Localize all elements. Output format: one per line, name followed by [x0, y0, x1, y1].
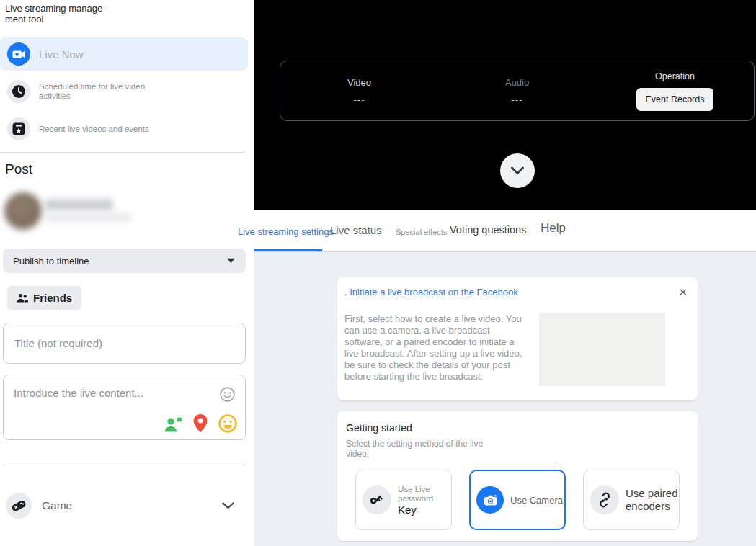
tab-voting-questions[interactable]: Voting questions: [450, 224, 526, 236]
intro-card-body: First, select how to create a live video…: [344, 313, 526, 382]
caret-down-icon: [226, 258, 236, 264]
title-field-wrap: [3, 323, 246, 364]
tab-special-effects[interactable]: Special effects ·: [396, 228, 452, 236]
chevron-down-icon: [222, 502, 234, 509]
video-stat-value: ---: [354, 94, 365, 105]
tab-help[interactable]: Help: [541, 221, 566, 236]
feeling-emoji-icon[interactable]: [218, 413, 238, 434]
people-icon: [17, 293, 28, 303]
tag-people-icon[interactable]: [164, 415, 183, 433]
audience-select-label: Publish to timeline: [13, 256, 89, 267]
sidebar-item-label: Live Now: [39, 48, 84, 61]
tab-content: . Initiate a live broadcast on the Faceb…: [254, 252, 756, 546]
avatar: [4, 192, 42, 230]
option-label-big: Key: [398, 504, 443, 516]
video-preview-area: Video --- Audio --- Operation Event Reco…: [254, 0, 756, 210]
intro-card-title: . Initiate a live broadcast on the Faceb…: [344, 287, 518, 297]
post-heading: Post: [5, 161, 32, 177]
stream-status-panel: Video --- Audio --- Operation Event Reco…: [280, 61, 755, 121]
sidebar-item-label: Recent live videos and events: [39, 125, 176, 134]
option-use-paired-encoders[interactable]: Use paired encoders: [583, 470, 680, 530]
content-input[interactable]: [4, 375, 245, 411]
getting-started-subtitle: Select the setting method of the live vi…: [346, 439, 501, 459]
emoji-picker-icon[interactable]: [218, 386, 236, 403]
scroll-down-button[interactable]: [500, 153, 535, 188]
key-icon: [363, 485, 391, 514]
event-records-button[interactable]: Event Records: [636, 88, 714, 111]
link-icon: [590, 485, 619, 514]
option-use-camera[interactable]: Use Camera: [469, 470, 566, 530]
intro-media-placeholder: [539, 313, 665, 386]
intro-card: . Initiate a live broadcast on the Faceb…: [337, 277, 698, 400]
operation-stat: Operation Event Records: [596, 61, 754, 120]
title-input[interactable]: [4, 323, 245, 363]
audio-stat-label: Audio: [505, 77, 529, 88]
game-label: Game: [42, 499, 72, 512]
sidebar: Live streaming manage-ment tool Live Now…: [0, 0, 254, 546]
video-stat: Video ---: [280, 61, 438, 120]
audio-stat: Audio ---: [438, 61, 596, 120]
audience-select[interactable]: Publish to timeline: [3, 249, 246, 273]
video-archive-icon: [7, 117, 30, 140]
clock-icon: [7, 80, 30, 103]
game-section[interactable]: Game: [0, 488, 246, 523]
tab-bar: Live streaming settings Live status Spec…: [254, 210, 756, 252]
close-icon[interactable]: ✕: [675, 283, 690, 302]
option-use-live-password-key[interactable]: Use Live password Key: [355, 470, 452, 530]
tab-live-status[interactable]: Live status: [330, 224, 382, 236]
option-label: Use paired encoders: [626, 487, 679, 513]
attachment-toolbar: [164, 413, 238, 434]
sidebar-item-scheduled[interactable]: Scheduled time for live video activities: [0, 75, 248, 108]
video-stat-label: Video: [347, 77, 371, 88]
divider: [3, 465, 246, 465]
app-root: Live streaming manage-ment tool Live Now…: [0, 0, 756, 546]
getting-started-title: Getting started: [346, 422, 412, 434]
sidebar-item-label: Scheduled time for live video activities: [39, 82, 176, 101]
friends-button-label: Friends: [33, 292, 72, 304]
tab-live-streaming-settings[interactable]: Live streaming settings: [238, 226, 334, 237]
gamepad-icon: [6, 493, 32, 519]
live-video-icon: [7, 42, 30, 66]
option-label-small: Use Live password: [398, 485, 443, 504]
active-tab-indicator: [254, 249, 322, 251]
friends-button[interactable]: Friends: [7, 286, 81, 310]
live-content-box: [3, 375, 246, 440]
getting-started-card: Getting started Select the setting metho…: [337, 411, 698, 541]
sidebar-item-live-now[interactable]: Live Now: [0, 37, 248, 71]
option-label: Use Live password Key: [398, 485, 443, 516]
location-pin-icon[interactable]: [192, 413, 208, 434]
chevron-down-icon: [510, 166, 525, 175]
main-panel: Video --- Audio --- Operation Event Reco…: [254, 0, 756, 546]
user-name-redacted: [45, 200, 113, 210]
audio-stat-value: ---: [512, 94, 523, 105]
page-title: Live streaming manage-ment tool: [5, 3, 126, 24]
camera-icon: [476, 486, 504, 514]
operation-label: Operation: [655, 71, 695, 81]
user-subtext-redacted: [45, 214, 131, 221]
option-label: Use Camera: [510, 495, 563, 506]
divider: [0, 152, 246, 153]
sidebar-item-recent[interactable]: Recent live videos and events: [0, 112, 248, 146]
